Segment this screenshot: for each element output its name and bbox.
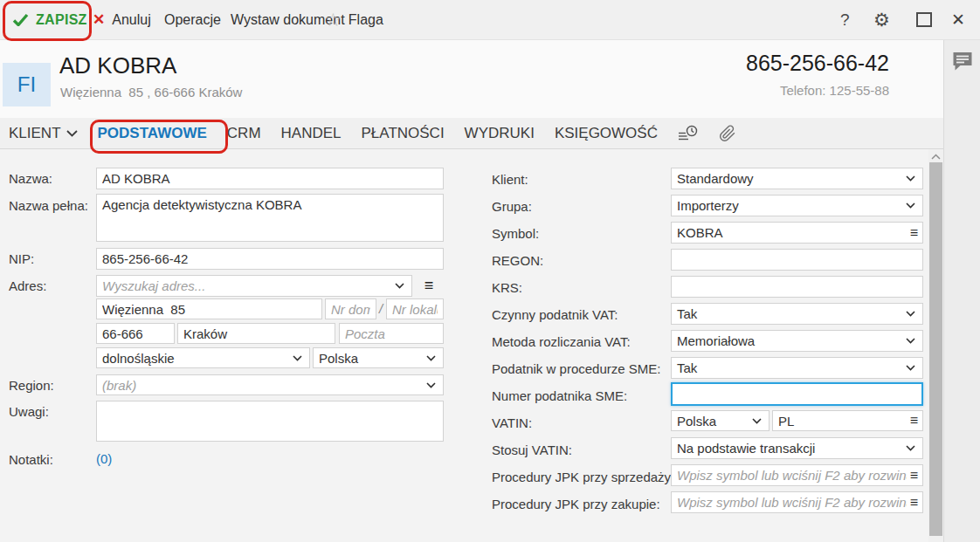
- vatin-label: VATIN:: [492, 415, 532, 430]
- cancel-button[interactable]: ✕ Anuluj: [93, 0, 151, 39]
- vertical-scrollbar[interactable]: [928, 149, 943, 542]
- nip-input[interactable]: [96, 248, 444, 270]
- tab-handel-label: HANDEL: [281, 125, 342, 142]
- save-button[interactable]: ZAPISZ: [12, 0, 87, 39]
- settings-button[interactable]: ⚙: [873, 0, 890, 39]
- menu-icon[interactable]: ≡: [910, 414, 918, 428]
- klient-select[interactable]: Standardowy: [671, 168, 923, 189]
- jpk-sprzedaz-field[interactable]: ≡: [671, 464, 923, 486]
- grupa-value: Importerzy: [677, 198, 739, 213]
- stosuj-vatin-select[interactable]: Na podstawie transakcji: [671, 437, 923, 459]
- jpk-zakup-field[interactable]: ≡: [671, 491, 923, 513]
- metoda-vat-value: Memoriałowa: [677, 333, 755, 348]
- close-button[interactable]: ✕: [951, 0, 965, 39]
- menu-icon[interactable]: ≡: [910, 226, 918, 240]
- comment-icon: [952, 51, 973, 72]
- history-icon: [678, 125, 699, 141]
- city-input[interactable]: [177, 323, 335, 344]
- symbol-input[interactable]: [677, 225, 907, 240]
- region-select[interactable]: (brak): [96, 374, 444, 395]
- regon-input[interactable]: [671, 249, 923, 271]
- czynny-podatnik-vat-label: Czynny podatnik VAT:: [492, 307, 618, 322]
- numer-sme-label: Numer podatnika SME:: [492, 388, 627, 403]
- klient-label: Klient:: [492, 172, 528, 187]
- numer-sme-input[interactable]: [671, 382, 923, 406]
- address-menu-button[interactable]: ≡: [419, 275, 438, 296]
- symbol-field[interactable]: ≡: [671, 222, 923, 244]
- side-panel: [943, 40, 980, 542]
- chevron-down-icon: [293, 355, 302, 361]
- vatin-input[interactable]: [778, 414, 907, 429]
- scrollbar-up-button[interactable]: [928, 151, 943, 161]
- podatnik-sme-select[interactable]: Tak: [671, 357, 923, 379]
- attachments-button[interactable]: [719, 125, 736, 142]
- menu-icon[interactable]: ≡: [910, 469, 918, 483]
- grupa-select[interactable]: Importerzy: [671, 195, 923, 216]
- x-icon: ✕: [93, 12, 105, 27]
- address-search-placeholder: Wyszukaj adres...: [102, 278, 205, 293]
- tab-klient[interactable]: KLIENT: [9, 125, 78, 142]
- vatin-field[interactable]: ≡: [772, 410, 923, 431]
- house-number-input[interactable]: [325, 298, 376, 319]
- notatki-link[interactable]: (0): [96, 451, 112, 466]
- region-placeholder: (brak): [102, 378, 136, 393]
- tab-platnosci[interactable]: PŁATNOŚCI: [362, 125, 445, 142]
- notatki-label: Notatki:: [9, 452, 53, 467]
- record-header: FI AD KOBRA Więzienna 85 , 66-666 Kraków…: [0, 40, 943, 118]
- country-value: Polska: [319, 351, 358, 366]
- uwagi-textarea[interactable]: [96, 401, 444, 442]
- star-icon: ☆: [325, 10, 342, 29]
- chevron-down-icon: [906, 175, 915, 182]
- help-button[interactable]: ?: [840, 0, 850, 39]
- jpk-sprzedaz-input[interactable]: [677, 468, 907, 483]
- podatnik-sme-label: Podatnik w procedurze SME:: [492, 361, 660, 376]
- street-input[interactable]: [96, 298, 322, 319]
- post-office-input[interactable]: [339, 323, 444, 344]
- tab-podstawowe[interactable]: PODSTAWOWE: [98, 125, 207, 142]
- nazwa-pelna-label: Nazwa pełna:: [9, 198, 88, 213]
- chevron-down-icon: [426, 355, 436, 361]
- chevron-down-icon: [66, 130, 78, 137]
- metoda-vat-select[interactable]: Memoriałowa: [671, 330, 923, 352]
- tab-ksiegowosc[interactable]: KSIĘGOWOŚĆ: [555, 125, 658, 142]
- postal-code-input[interactable]: [96, 323, 175, 344]
- save-label: ZAPISZ: [36, 12, 87, 28]
- nazwa-pelna-textarea[interactable]: Agencja detektywistyczna KOBRA: [96, 194, 444, 242]
- tab-wydruki[interactable]: WYDRUKI: [465, 125, 535, 142]
- scrollbar-thumb[interactable]: [929, 162, 942, 536]
- vatin-country-select[interactable]: Polska: [671, 410, 770, 431]
- voivodeship-select[interactable]: dolnośląskie: [96, 347, 310, 368]
- jpk-sprzedaz-label: Procedury JPK przy sprzedaży:: [492, 470, 674, 484]
- tab-wydruki-label: WYDRUKI: [465, 125, 535, 142]
- country-select[interactable]: Polska: [313, 347, 444, 368]
- maximize-button[interactable]: [916, 0, 932, 39]
- tab-bar: KLIENT PODSTAWOWE CRM HANDEL PŁATNOŚCI W…: [0, 118, 943, 149]
- comments-button[interactable]: [952, 51, 973, 75]
- czynny-podatnik-vat-select[interactable]: Tak: [671, 303, 923, 325]
- form-area: Nazwa: Nazwa pełna: Agencja detektywisty…: [0, 149, 928, 542]
- chevron-down-icon: [395, 283, 404, 289]
- menu-icon[interactable]: ≡: [910, 496, 918, 510]
- record-type-badge: FI: [3, 63, 51, 106]
- klient-value: Standardowy: [677, 171, 754, 186]
- nazwa-input[interactable]: [96, 168, 444, 189]
- apartment-number-input[interactable]: [386, 298, 444, 319]
- flag-button[interactable]: ☆ Flaga: [325, 0, 383, 39]
- header-nip: 865-256-66-42: [746, 51, 889, 76]
- history-button[interactable]: [678, 125, 699, 141]
- tab-klient-label: KLIENT: [9, 125, 61, 142]
- address-search-combo[interactable]: Wyszukaj adres...: [96, 275, 412, 297]
- voivodeship-value: dolnośląskie: [102, 351, 175, 366]
- podatnik-sme-value: Tak: [677, 360, 697, 375]
- tab-platnosci-label: PŁATNOŚCI: [362, 125, 445, 142]
- vatin-country-value: Polska: [677, 414, 716, 429]
- address-separator: /: [379, 301, 383, 316]
- operations-menu[interactable]: Operacje: [164, 0, 221, 39]
- tab-handel[interactable]: HANDEL: [281, 125, 342, 142]
- jpk-zakup-label: Procedury JPK przy zakupie:: [492, 497, 660, 511]
- tab-ksiegowosc-label: KSIĘGOWOŚĆ: [555, 125, 658, 142]
- tab-crm[interactable]: CRM: [227, 125, 261, 142]
- adres-label: Adres:: [9, 278, 46, 293]
- krs-input[interactable]: [671, 276, 923, 298]
- jpk-zakup-input[interactable]: [677, 495, 907, 510]
